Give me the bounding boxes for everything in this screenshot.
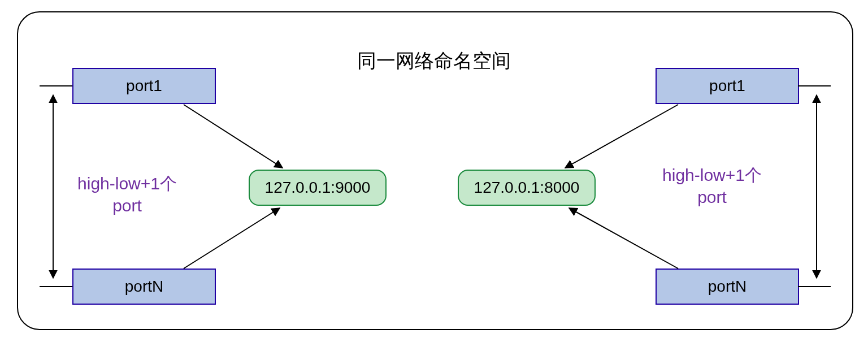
left-port-bottom: portN: [72, 269, 216, 305]
right-count-label: high-low+1个 port: [641, 164, 783, 208]
left-count-label: high-low+1个 port: [57, 172, 198, 217]
right-ip-box: 127.0.0.1:8000: [458, 170, 596, 206]
right-count-line1: high-low+1个: [662, 166, 762, 184]
right-count-line2: port: [697, 188, 727, 206]
diagram-stage: 同一网络命名空间 port1 portN 127.0.0.1:9000 high…: [0, 0, 868, 355]
right-port-top: port1: [656, 68, 799, 104]
left-ip-box: 127.0.0.1:9000: [249, 170, 387, 206]
left-port-top: port1: [72, 68, 216, 104]
right-port-bottom: portN: [656, 269, 799, 305]
left-count-line2: port: [112, 196, 142, 215]
left-count-line1: high-low+1个: [77, 174, 177, 193]
